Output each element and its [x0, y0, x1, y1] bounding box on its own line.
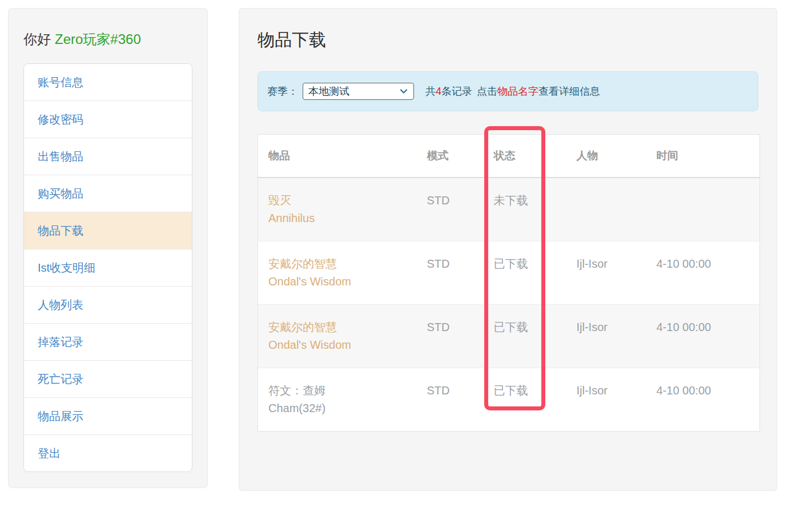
sidebar-item-account-info[interactable]: 账号信息 [24, 64, 192, 100]
item-name-en[interactable]: Cham(32#) [268, 400, 412, 417]
item-name-en[interactable]: Ondal's Wisdom [268, 336, 412, 354]
time-cell [646, 178, 760, 241]
sidebar-item-item-download[interactable]: 物品下载 [24, 212, 192, 249]
sidebar-item-character-list[interactable]: 人物列表 [24, 286, 192, 323]
item-name-cn[interactable]: 安戴尔的智慧 [268, 255, 412, 273]
column-header: 人物 [566, 135, 646, 178]
record-count: 4 [436, 86, 441, 97]
mode-cell: STD [417, 368, 484, 432]
time-cell: 4-10 00:00 [646, 241, 760, 305]
sidebar-item-death-records[interactable]: 死亡记录 [24, 360, 192, 397]
sidebar-item-sell-items[interactable]: 出售物品 [24, 138, 192, 175]
table-row: 安戴尔的智慧Ondal's WisdomSTD已下载Ijl-Isor4-10 0… [258, 241, 760, 305]
sidebar-item-label: 账号信息 [38, 76, 83, 88]
sidebar-item-label: 登出 [38, 447, 61, 460]
greeting: 你好Zero玩家#360 [23, 30, 192, 49]
mode-cell: STD [417, 241, 484, 305]
record-count-prefix: 共 [425, 86, 436, 97]
hint-prefix: 点击 [477, 86, 497, 97]
page-title: 物品下载 [258, 29, 758, 51]
sidebar-item-label: 物品下载 [38, 224, 83, 237]
item-name-cn[interactable]: 毁灭 [268, 192, 412, 209]
record-count-suffix: 条记录 [441, 86, 472, 97]
sidebar-item-label: Ist收支明细 [38, 261, 95, 274]
sidebar-item-item-showcase[interactable]: 物品展示 [24, 397, 192, 434]
sidebar-item-logout[interactable]: 登出 [24, 434, 192, 471]
items-table: 物品模式状态人物时间 毁灭AnnihilusSTD未下载安戴尔的智慧Ondal'… [258, 134, 760, 432]
sidebar-item-label: 人物列表 [38, 299, 83, 311]
time-cell: 4-10 00:00 [646, 368, 760, 432]
table-header-row: 物品模式状态人物时间 [258, 135, 760, 178]
status-cell: 未下载 [484, 178, 566, 241]
status-cell: 已下载 [484, 241, 566, 305]
sidebar: 你好Zero玩家#360 账号信息修改密码出售物品购买物品物品下载Ist收支明细… [8, 8, 208, 488]
main-panel: 物品下载 赛季： 本地测试 共4条记录 点击物品名字查看详细信息 物品模式状态人… [239, 8, 777, 491]
sidebar-item-label: 修改密码 [38, 113, 83, 126]
table-body: 毁灭AnnihilusSTD未下载安戴尔的智慧Ondal's WisdomSTD… [258, 178, 760, 432]
table-header: 物品模式状态人物时间 [258, 135, 760, 178]
item-name-cn[interactable]: 安戴尔的智慧 [268, 319, 412, 336]
item-name-en[interactable]: Annihilus [268, 209, 412, 227]
item-cell: 安戴尔的智慧Ondal's Wisdom [258, 305, 417, 368]
sidebar-item-label: 掉落记录 [38, 336, 83, 348]
sidebar-item-drop-records[interactable]: 掉落记录 [24, 323, 192, 360]
column-header: 物品 [258, 135, 417, 178]
season-select[interactable]: 本地测试 [303, 83, 414, 100]
filter-bar: 赛季： 本地测试 共4条记录 点击物品名字查看详细信息 [258, 71, 758, 111]
sidebar-item-buy-items[interactable]: 购买物品 [24, 175, 192, 212]
item-name-cn[interactable]: 符文：查姆 [268, 382, 412, 400]
character-cell: Ijl-Isor [566, 241, 646, 305]
table-row: 符文：查姆Cham(32#)STD已下载Ijl-Isor4-10 00:00 [258, 368, 760, 432]
sidebar-item-label: 出售物品 [38, 150, 83, 163]
mode-cell: STD [417, 178, 484, 241]
sidebar-item-label: 物品展示 [38, 410, 83, 422]
item-cell: 安戴尔的智慧Ondal's Wisdom [258, 241, 417, 305]
hint-highlight: 物品名字 [497, 86, 538, 97]
greeting-prefix: 你好 [23, 31, 51, 47]
chevron-down-icon [399, 87, 408, 96]
item-name-en[interactable]: Ondal's Wisdom [268, 273, 412, 291]
sidebar-item-label: 购买物品 [38, 187, 83, 200]
item-cell: 符文：查姆Cham(32#) [258, 368, 417, 432]
season-select-value: 本地测试 [308, 84, 349, 98]
status-cell: 已下载 [484, 368, 566, 432]
table-row: 安戴尔的智慧Ondal's WisdomSTD已下载Ijl-Isor4-10 0… [258, 305, 760, 368]
sidebar-item-change-password[interactable]: 修改密码 [24, 100, 192, 138]
character-cell: Ijl-Isor [566, 368, 646, 432]
sidebar-nav: 账号信息修改密码出售物品购买物品物品下载Ist收支明细人物列表掉落记录死亡记录物… [23, 63, 192, 472]
column-header: 时间 [646, 135, 760, 178]
hint-text: 点击物品名字查看详细信息 [477, 84, 600, 98]
character-cell [566, 178, 646, 241]
sidebar-item-label: 死亡记录 [38, 373, 83, 385]
record-count-text: 共4条记录 [425, 84, 472, 98]
season-label: 赛季： [267, 84, 298, 98]
item-cell: 毁灭Annihilus [258, 178, 417, 241]
status-cell: 已下载 [484, 305, 566, 368]
column-header: 模式 [417, 135, 484, 178]
table-row: 毁灭AnnihilusSTD未下载 [258, 178, 760, 241]
hint-suffix: 查看详细信息 [538, 86, 600, 97]
time-cell: 4-10 00:00 [646, 305, 760, 368]
username: Zero玩家#360 [55, 31, 141, 47]
character-cell: Ijl-Isor [566, 305, 646, 368]
column-header: 状态 [484, 135, 566, 178]
sidebar-item-ist-ledger[interactable]: Ist收支明细 [24, 249, 192, 286]
mode-cell: STD [417, 305, 484, 368]
